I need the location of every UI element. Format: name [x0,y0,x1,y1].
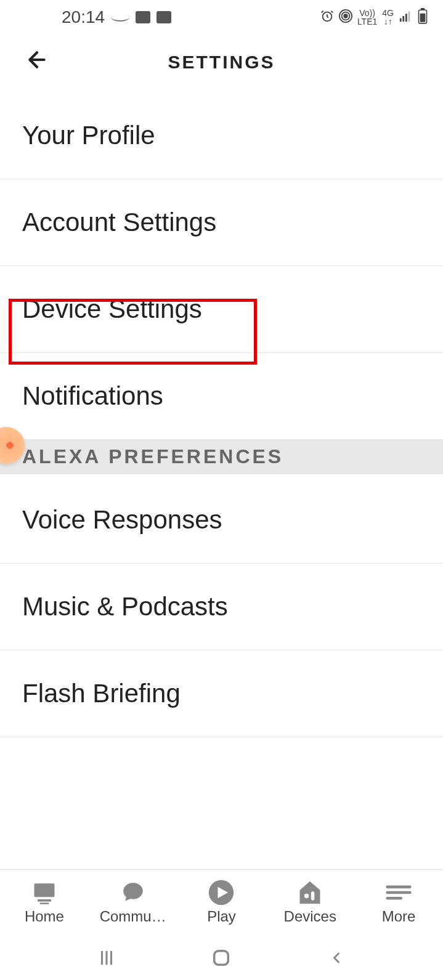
nav-label: More [382,908,416,925]
status-bar-right: Vo)) LTE1 4G ↓↑ [320,8,428,27]
settings-item-music-podcasts[interactable]: Music & Podcasts [0,564,443,650]
volte-indicator: Vo)) LTE1 [357,9,377,26]
svg-rect-7 [408,11,410,21]
svg-rect-6 [405,14,407,22]
settings-content: Your Profile Account Settings Device Set… [0,90,443,869]
svg-rect-4 [400,18,402,21]
nav-item-communicate[interactable]: Commu… [93,881,173,925]
settings-item-label: Account Settings [22,208,216,237]
svg-rect-23 [214,951,229,965]
settings-item-flash-briefing[interactable]: Flash Briefing [0,650,443,737]
bottom-nav: Home Commu… Play Devices More [0,869,443,936]
nav-item-play[interactable]: Play [181,881,261,925]
settings-item-label: Notifications [22,381,163,410]
network-arrows: ↓↑ [382,17,394,26]
network-indicator: 4G ↓↑ [382,9,394,26]
status-bar: 20:14 Vo)) LTE1 4G ↓↑ [0,0,443,34]
preferences-list: Voice Responses Music & Podcasts Flash B… [0,474,443,737]
network-gen-label: 4G [382,9,394,17]
nav-item-home[interactable]: Home [4,881,84,925]
nav-item-devices[interactable]: Devices [270,881,350,925]
system-back-button[interactable] [324,946,349,970]
home-icon [31,881,58,904]
hotspot-icon [339,9,352,26]
settings-item-notifications[interactable]: Notifications [0,353,443,439]
svg-rect-16 [311,891,315,901]
settings-item-label: Device Settings [22,294,202,323]
settings-item-label: Voice Responses [22,505,222,534]
svg-rect-5 [402,16,404,22]
nav-label: Commu… [100,908,166,925]
back-arrow-icon[interactable] [25,47,49,78]
swoosh-icon [111,13,129,22]
svg-rect-11 [34,883,54,897]
lte-label: LTE1 [357,17,377,26]
more-icon [385,881,412,904]
section-header-alexa-preferences: ALEXA PREFERENCES [0,439,443,474]
svg-rect-10 [420,13,426,22]
settings-item-label: Flash Briefing [22,679,181,708]
play-icon [208,881,235,904]
nav-label: Home [25,908,64,925]
system-home-button[interactable] [209,946,234,970]
system-recents-button[interactable] [94,946,119,970]
video-icon [156,11,171,23]
alarm-icon [320,9,334,26]
svg-rect-12 [38,899,51,902]
svg-point-1 [344,14,347,18]
devices-icon [296,881,323,904]
status-time: 20:14 [62,7,105,27]
status-bar-left: 20:14 [62,7,171,27]
vo-label: Vo)) [357,9,377,17]
nav-label: Play [207,908,236,925]
svg-rect-13 [40,902,49,904]
settings-list: Your Profile Account Settings Device Set… [0,90,443,439]
page-title: SETTINGS [25,52,418,73]
chat-icon [120,881,147,904]
nav-label: Devices [284,908,336,925]
settings-item-your-profile[interactable]: Your Profile [0,90,443,179]
system-nav [0,936,443,980]
signal-icon [399,9,412,26]
app-header: SETTINGS [0,34,443,90]
settings-item-account-settings[interactable]: Account Settings [0,179,443,266]
settings-item-label: Your Profile [22,121,155,150]
settings-item-label: Music & Podcasts [22,592,228,621]
settings-item-device-settings[interactable]: Device Settings [0,266,443,353]
battery-icon [417,8,428,27]
svg-point-15 [304,893,309,897]
nav-item-more[interactable]: More [359,881,439,925]
settings-item-voice-responses[interactable]: Voice Responses [0,474,443,564]
image-icon [136,11,150,23]
